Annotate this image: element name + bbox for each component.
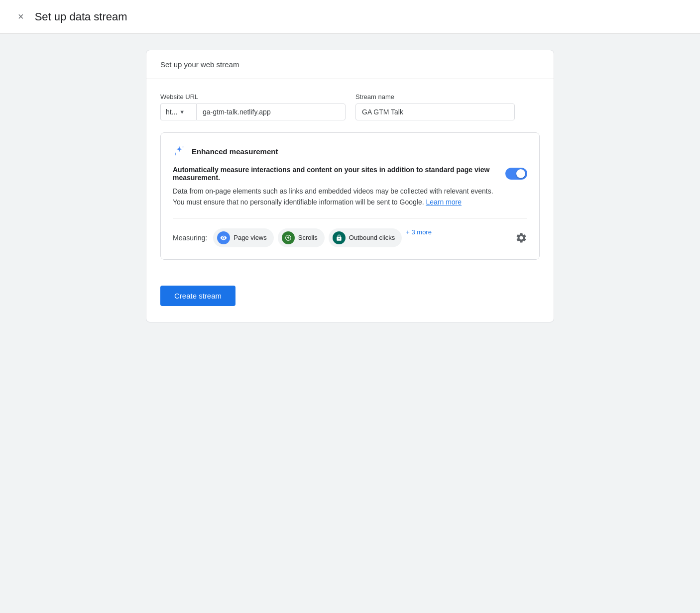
page-views-chip[interactable]: Page views [213, 228, 273, 247]
measuring-label: Measuring: [173, 234, 207, 242]
website-url-label: Website URL [160, 93, 346, 101]
more-link[interactable]: + 3 more [406, 228, 432, 247]
outbound-clicks-chip[interactable]: Outbound clicks [329, 228, 402, 247]
protocol-value: ht... [166, 108, 177, 116]
stream-name-label: Stream name [355, 93, 515, 101]
scrolls-label: Scrolls [298, 234, 318, 241]
measuring-chips: Page views Scrolls [213, 228, 509, 247]
outbound-clicks-label: Outbound clicks [349, 234, 395, 241]
gear-icon [515, 232, 527, 244]
url-input-group: ht... ▼ [160, 103, 346, 120]
stream-name-group: Stream name [355, 93, 515, 120]
scrolls-icon [282, 231, 295, 244]
form-section: Website URL ht... ▼ Stream name [146, 79, 554, 132]
enhanced-bold-text: Automatically measure interactions and c… [173, 166, 495, 182]
settings-button[interactable] [515, 232, 527, 244]
form-row: Website URL ht... ▼ Stream name [160, 93, 540, 120]
dialog-header: × Set up data stream [0, 0, 700, 34]
enhanced-text: Automatically measure interactions and c… [173, 166, 495, 208]
enhanced-normal-text: Data from on-page elements such as links… [173, 186, 495, 208]
enhanced-header: Enhanced measurement [173, 145, 527, 158]
page-views-icon [217, 231, 230, 244]
enhanced-body: Automatically measure interactions and c… [173, 166, 527, 208]
page-title: Set up data stream [35, 10, 127, 23]
card-section-title: Set up your web stream [146, 50, 554, 79]
page-views-label: Page views [233, 234, 266, 241]
stream-name-input[interactable] [355, 103, 515, 120]
learn-more-link[interactable]: Learn more [426, 198, 462, 206]
outbound-clicks-icon [333, 231, 346, 244]
protocol-select[interactable]: ht... ▼ [160, 103, 196, 120]
sparkle-icon [173, 145, 186, 158]
toggle-slider [505, 168, 527, 180]
scrolls-chip[interactable]: Scrolls [278, 228, 325, 247]
create-stream-button[interactable]: Create stream [160, 286, 235, 306]
measuring-row: Measuring: Page views [173, 228, 527, 247]
setup-card: Set up your web stream Website URL ht...… [146, 50, 554, 322]
main-content: Set up your web stream Website URL ht...… [126, 34, 574, 338]
website-url-group: Website URL ht... ▼ [160, 93, 346, 120]
enhanced-toggle[interactable] [505, 168, 527, 180]
url-input[interactable] [196, 103, 346, 120]
toggle-container [505, 168, 527, 180]
close-button[interactable]: × [16, 9, 26, 24]
enhanced-measurement-card: Enhanced measurement Automatically measu… [160, 132, 540, 260]
divider [173, 218, 527, 218]
enhanced-title: Enhanced measurement [192, 147, 278, 156]
chevron-down-icon: ▼ [179, 109, 185, 115]
